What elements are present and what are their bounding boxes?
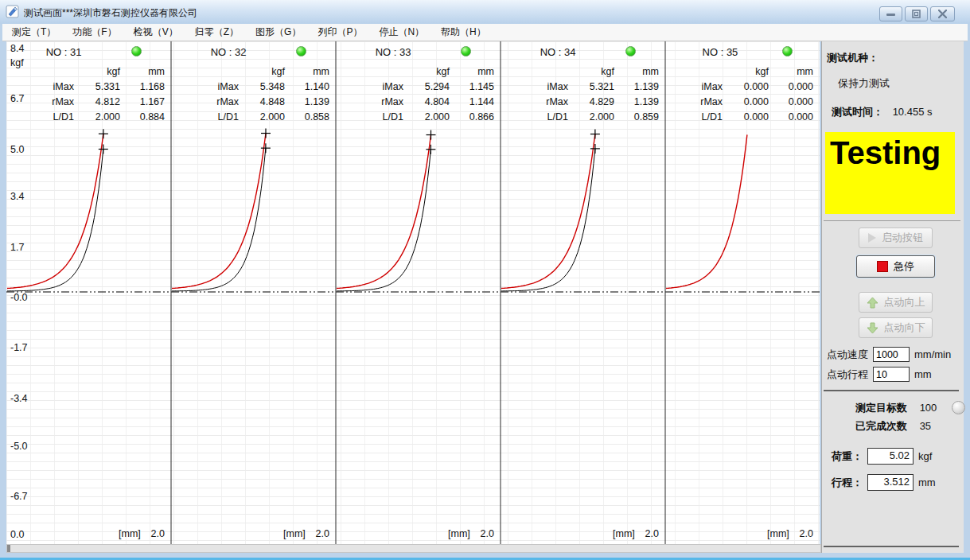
- stat-cell: 2.000: [405, 111, 450, 122]
- jog-stroke-row: 点动行程 mm: [827, 367, 932, 382]
- status-led-green-icon: [131, 46, 142, 56]
- play-icon: [868, 233, 876, 243]
- stat-cell: 1.144: [450, 96, 494, 107]
- jog-down-label: 点动向下: [884, 321, 925, 335]
- start-button-label: 启动按钮: [882, 231, 923, 245]
- stat-cell: iMax: [683, 81, 723, 92]
- menu-function[interactable]: 功能（F）: [65, 23, 123, 41]
- separator: [824, 546, 959, 547]
- return-curve: [7, 150, 103, 291]
- stat-cell: iMax: [528, 81, 568, 92]
- stop-square-icon: [877, 261, 888, 272]
- arrow-down-icon: [867, 322, 878, 334]
- menu-view[interactable]: 检视（V）: [127, 23, 185, 41]
- stat-cell: kgf: [724, 66, 769, 77]
- jog-stroke-label: 点动行程: [827, 368, 868, 382]
- stat-cell: 0.859: [614, 111, 659, 122]
- stat-cell: 1.139: [285, 96, 329, 107]
- load-label: 荷重：: [832, 449, 863, 464]
- stat-cell: 0.000: [769, 96, 813, 107]
- load-unit: kgf: [918, 450, 932, 462]
- stat-cell: 5.321: [570, 81, 614, 92]
- app-window: 测试画面***深圳市磐石测控仪器有限公司 测定（T） 功能（F） 检视（V） 归…: [0, 0, 970, 560]
- menu-measure[interactable]: 测定（T）: [5, 23, 63, 41]
- return-curve: [501, 149, 595, 291]
- stat-cell: iMax: [34, 81, 74, 92]
- target-count-label: 测定目标数: [855, 402, 907, 414]
- stat-cell: 0.000: [769, 81, 813, 92]
- return-curve: [172, 148, 266, 291]
- separator: [824, 390, 959, 391]
- panel-number: NO : 34: [540, 46, 576, 58]
- minimize-button[interactable]: [879, 6, 902, 21]
- stroke-unit: mm: [918, 476, 936, 488]
- start-button[interactable]: 启动按钮: [859, 228, 933, 248]
- panel-number: NO : 35: [703, 46, 738, 58]
- load-curve: [666, 134, 747, 288]
- test-panel-header: NO : 31kgfmmiMax5.3311.168rMax4.8121.167…: [6, 41, 171, 129]
- stat-cell: 1.139: [614, 81, 659, 92]
- stat-cell: 5.331: [76, 81, 120, 92]
- return-curve: [337, 150, 430, 291]
- horizontal-scrollbar[interactable]: [6, 544, 821, 553]
- stat-cell: L/D1: [34, 111, 74, 122]
- stat-cell: 0.000: [724, 81, 769, 92]
- stat-cell: 2.000: [240, 111, 285, 122]
- load-value-box: 5.02: [867, 448, 914, 465]
- emergency-stop-button[interactable]: 急停: [856, 255, 935, 278]
- stat-cell: mm: [285, 66, 329, 77]
- stat-cell: rMax: [364, 96, 403, 107]
- jog-speed-input[interactable]: [873, 347, 910, 362]
- stat-cell: 1.145: [450, 81, 494, 92]
- arrow-up-icon: [867, 297, 878, 309]
- menu-bar: 测定（T） 功能（F） 检视（V） 归零（Z） 图形（G） 列印（P） 停止（N…: [2, 24, 968, 41]
- menu-help[interactable]: 帮助（H）: [434, 23, 493, 41]
- completed-count-label: 已完成次数: [855, 420, 907, 432]
- test-panel-header: NO : 33kgfmmiMax5.2941.145rMax4.8041.144…: [336, 41, 501, 129]
- app-icon: [6, 5, 19, 18]
- stat-cell: mm: [614, 66, 659, 77]
- test-time-row: 测试时间： 10.455 s: [832, 105, 933, 119]
- stat-cell: mm: [769, 66, 813, 77]
- panel-number: NO : 33: [376, 46, 411, 58]
- jog-stroke-input[interactable]: [873, 367, 910, 382]
- menu-graph[interactable]: 图形（G）: [248, 23, 308, 41]
- maximize-button[interactable]: [905, 6, 928, 21]
- stat-cell: 5.294: [405, 81, 450, 92]
- menu-print[interactable]: 列印（P）: [310, 23, 369, 41]
- jog-up-button[interactable]: 点动向上: [859, 292, 933, 313]
- jog-stroke-unit: mm: [914, 368, 932, 380]
- stat-cell: 1.168: [120, 81, 165, 92]
- menu-zero[interactable]: 归零（Z）: [188, 23, 246, 41]
- status-led-green-icon: [461, 46, 471, 56]
- load-row: 荷重： 5.02 kgf: [832, 448, 932, 465]
- stat-cell: rMax: [528, 96, 568, 107]
- test-panel-header: NO : 35kgfmmiMax0.0000.000rMax0.0000.000…: [665, 41, 820, 129]
- status-led-green-icon: [625, 46, 636, 56]
- stat-cell: L/D1: [364, 111, 403, 122]
- status-led-green-icon: [296, 46, 306, 56]
- stat-cell: L/D1: [528, 111, 568, 122]
- jog-down-button[interactable]: 点动向下: [859, 317, 933, 338]
- minimize-icon: [886, 10, 895, 18]
- test-time-label: 测试时间：: [832, 106, 883, 118]
- load-curve: [337, 135, 431, 289]
- stat-cell: rMax: [34, 96, 74, 107]
- separator: [824, 220, 960, 221]
- stat-cell: iMax: [199, 81, 239, 92]
- stat-cell: 4.804: [405, 96, 450, 107]
- stat-cell: 5.348: [240, 81, 285, 92]
- stat-cell: 4.812: [76, 96, 120, 107]
- machine-type-value: 保持力测试: [838, 76, 890, 91]
- control-sidebar: 测试机种： 保持力测试 测试时间： 10.455 s Testing 启动按钮 …: [821, 41, 964, 553]
- status-led-gray-icon: [952, 401, 965, 414]
- stat-cell: 0.000: [724, 111, 769, 122]
- load-curve: [172, 134, 266, 289]
- status-banner: Testing: [825, 132, 955, 214]
- menu-stop[interactable]: 停止（N）: [372, 23, 431, 41]
- chart-plot-area: 8.46.75.03.41.7-0.0-1.7-3.4-5.0-6.7kgf0.…: [6, 41, 820, 544]
- title-bar: 测试画面***深圳市磐石测控仪器有限公司: [0, 0, 970, 24]
- test-panel-header: NO : 32kgfmmiMax5.3481.140rMax4.8481.139…: [171, 41, 336, 129]
- close-button[interactable]: [930, 6, 955, 21]
- stat-cell: 1.140: [285, 81, 329, 92]
